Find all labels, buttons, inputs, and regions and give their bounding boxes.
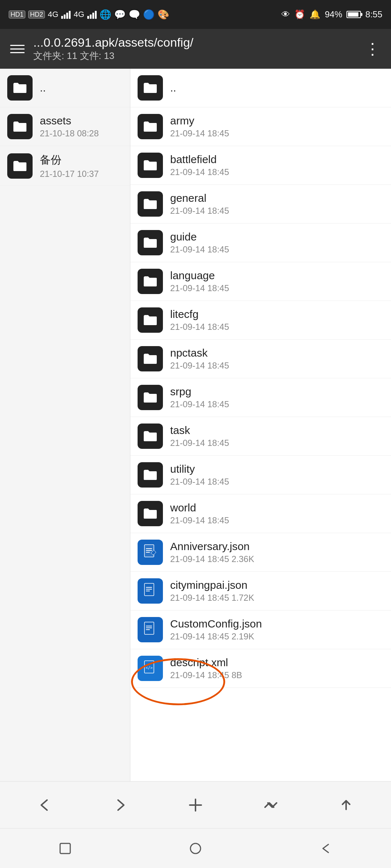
status-bar: HD1 HD2 4G 4G 🌐 💬 🗨️ 🔵 🎨 👁 ⏰ 🔔 94%	[0, 0, 391, 29]
json-file-icon	[138, 540, 163, 565]
file-meta: 21-09-14 18:45 1.72K	[170, 593, 254, 603]
file-meta: 21-09-14 18:45	[170, 322, 229, 332]
file-name: ..	[40, 82, 46, 94]
file-meta: 21-09-14 18:45	[170, 477, 229, 487]
json-file-icon	[138, 578, 163, 604]
xml-file-icon: </>	[138, 656, 163, 681]
top-bar-title: ...0.0.2691.apk/assets/config/ 文件夹: 11 文…	[33, 35, 356, 62]
hd1-badge: HD1	[9, 10, 25, 18]
up-button[interactable]	[328, 791, 364, 820]
list-item[interactable]: CustomConfig.json 21-09-14 18:45 2.19K	[130, 610, 391, 649]
file-info: language 21-09-14 18:45	[170, 269, 229, 293]
meta-label: 文件夹: 11 文件: 13	[33, 50, 356, 62]
network-4g-1: 4G	[48, 10, 58, 19]
path-label: ...0.0.2691.apk/assets/config/	[33, 35, 356, 50]
back-button[interactable]	[27, 791, 63, 820]
folder-icon	[138, 114, 163, 139]
file-meta: 21-09-14 18:45	[170, 244, 229, 255]
file-meta: 21-09-14 18:45 2.19K	[170, 631, 262, 642]
hamburger-menu[interactable]	[10, 45, 25, 53]
file-name: litecfg	[170, 308, 229, 320]
android-recents-button[interactable]	[47, 836, 83, 861]
file-name: citymingpai.json	[170, 579, 254, 591]
file-info: assets 21-10-18 08:28	[40, 115, 99, 139]
list-item[interactable]: army 21-09-14 18:45	[130, 107, 391, 146]
file-info: battlefield 21-09-14 18:45	[170, 153, 229, 177]
file-meta: 21-09-14 18:45	[170, 515, 229, 526]
file-meta: 21-09-14 18:45	[170, 167, 229, 177]
folder-icon	[138, 501, 163, 526]
svg-text:</>: </>	[146, 665, 153, 670]
list-item[interactable]: task 21-09-14 18:45	[130, 417, 391, 456]
globe-icon: 🔵	[143, 9, 155, 20]
json-file-icon	[138, 617, 163, 642]
add-button[interactable]	[177, 791, 214, 820]
list-item[interactable]: utility 21-09-14 18:45	[130, 456, 391, 494]
svg-rect-18	[60, 843, 70, 854]
svg-point-19	[190, 843, 201, 854]
file-info: 备份 21-10-17 10:37	[40, 153, 99, 179]
file-name: 备份	[40, 153, 99, 167]
list-item[interactable]: srpg 21-09-14 18:45	[130, 378, 391, 417]
file-info: ..	[170, 82, 176, 94]
folder-icon	[138, 385, 163, 410]
folder-icon	[138, 307, 163, 333]
list-item[interactable]: assets 21-10-18 08:28	[0, 107, 130, 146]
list-item[interactable]: </> descript.xml 21-09-14 18:45 8B	[130, 649, 391, 688]
file-name: CustomConfig.json	[170, 618, 262, 630]
hd2-badge: HD2	[28, 10, 45, 18]
battery	[346, 11, 361, 18]
file-name: task	[170, 424, 229, 437]
folder-icon	[138, 153, 163, 178]
file-meta: 21-09-14 18:45 2.36K	[170, 554, 254, 564]
file-name: ..	[170, 82, 176, 94]
folder-icon	[138, 346, 163, 371]
more-options-icon[interactable]: ⋮	[365, 41, 381, 57]
file-name: world	[170, 502, 229, 514]
list-item[interactable]: battlefield 21-09-14 18:45	[130, 146, 391, 185]
file-name: language	[170, 269, 229, 282]
left-panel: .. assets 21-10-18 08:28 备份	[0, 69, 130, 781]
android-back-button[interactable]	[308, 836, 344, 861]
file-meta: 21-09-14 18:45 8B	[170, 670, 242, 680]
file-name: Anniversary.json	[170, 540, 254, 553]
network-4g-2: 4G	[73, 10, 84, 19]
list-item[interactable]: language 21-09-14 18:45	[130, 262, 391, 301]
chat-icon: 🗨️	[129, 9, 140, 20]
file-meta: 21-10-17 10:37	[40, 169, 99, 179]
file-info: ..	[40, 82, 46, 94]
list-item[interactable]: ..	[0, 69, 130, 107]
folder-icon	[138, 191, 163, 217]
file-info: srpg 21-09-14 18:45	[170, 386, 229, 409]
android-home-button[interactable]	[177, 836, 214, 861]
list-item[interactable]: 备份 21-10-17 10:37	[0, 146, 130, 186]
bell-icon: 🔔	[310, 9, 320, 20]
folder-icon	[7, 114, 33, 139]
folder-icon	[138, 230, 163, 255]
signal-bars-2	[87, 10, 97, 19]
top-bar: ...0.0.2691.apk/assets/config/ 文件夹: 11 文…	[0, 29, 391, 69]
swap-button[interactable]	[253, 791, 289, 820]
eye-icon: 👁	[281, 9, 290, 20]
alarm-icon: ⏰	[294, 9, 305, 20]
status-right: 👁 ⏰ 🔔 94% 8:55	[281, 9, 382, 20]
file-info: task 21-09-14 18:45	[170, 424, 229, 448]
file-info: CustomConfig.json 21-09-14 18:45 2.19K	[170, 618, 262, 642]
list-item[interactable]: litecfg 21-09-14 18:45	[130, 301, 391, 340]
file-meta: 21-10-18 08:28	[40, 128, 99, 139]
file-name: srpg	[170, 386, 229, 398]
list-item[interactable]: guide 21-09-14 18:45	[130, 224, 391, 262]
chrome-icon: 🌐	[100, 9, 111, 20]
list-item[interactable]: Anniversary.json 21-09-14 18:45 2.36K	[130, 533, 391, 572]
list-item[interactable]: ..	[130, 69, 391, 107]
folder-icon	[7, 153, 33, 179]
file-info: guide 21-09-14 18:45	[170, 231, 229, 255]
list-item[interactable]: general 21-09-14 18:45	[130, 185, 391, 224]
list-item[interactable]: npctask 21-09-14 18:45	[130, 340, 391, 378]
battery-pct: 94%	[325, 9, 342, 20]
folder-icon	[7, 75, 33, 101]
list-item[interactable]: citymingpai.json 21-09-14 18:45 1.72K	[130, 572, 391, 610]
world-folder-item[interactable]: world 21-09-14 18:45	[130, 494, 391, 533]
forward-button[interactable]	[102, 791, 138, 820]
time: 8:55	[365, 9, 382, 20]
